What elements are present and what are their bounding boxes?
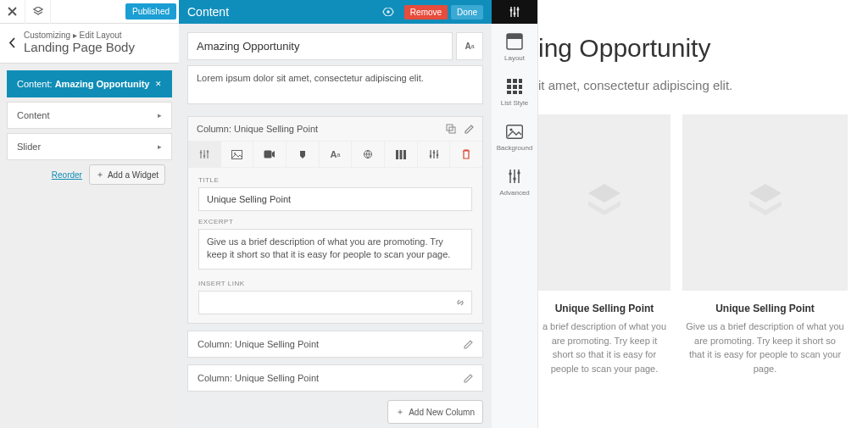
customizer-topbar: Published [0, 0, 179, 24]
preview-card: Unique Selling Point a brief description… [538, 114, 670, 375]
chevron-right-icon: ▸ [158, 111, 162, 120]
add-column-label: Add New Column [409, 408, 475, 417]
preview-card-image [538, 114, 670, 291]
edit-icon[interactable] [464, 340, 473, 349]
tool-advanced[interactable]: Advanced [492, 158, 537, 203]
column-collapsed-label: Column: Unique Selling Point [198, 339, 319, 349]
link-field-label: INSERT LINK [198, 280, 472, 287]
svg-rect-27 [507, 91, 511, 94]
svg-rect-26 [519, 85, 522, 89]
column-collapsed-label: Column: Unique Selling Point [198, 373, 319, 383]
sidebar-item-content-amazing[interactable]: Content: Amazing Opportunity ✕ [7, 70, 172, 97]
preview-card-title: Unique Selling Point [682, 303, 848, 314]
tool-label: Advanced [499, 189, 530, 197]
preview-pane: ing Opportunity it amet, consectetur adi… [538, 0, 868, 428]
svg-point-3 [200, 152, 203, 154]
plus-icon: ＋ [396, 406, 404, 418]
column-editor-open: Column: Unique Selling Point Aa [187, 116, 483, 324]
column-toolbar: Aa [188, 141, 482, 168]
columns-icon[interactable] [385, 142, 418, 167]
svg-point-15 [436, 154, 438, 157]
sliders-icon[interactable] [188, 142, 221, 167]
svg-point-4 [203, 155, 206, 158]
preview-card-image [682, 114, 848, 291]
sidebar-item-content[interactable]: Content ▸ [7, 102, 172, 129]
eye-icon[interactable] [382, 8, 394, 16]
editor-title: Content [187, 5, 382, 19]
video-icon[interactable] [253, 142, 287, 167]
breadcrumb-text: Customizing ▸ Edit Layout [24, 31, 135, 40]
tools-header-icon[interactable] [492, 0, 537, 24]
tool-layout[interactable]: Layout [492, 24, 537, 69]
edit-icon[interactable] [464, 374, 473, 383]
duplicate-icon[interactable] [446, 124, 456, 134]
back-button[interactable] [8, 37, 24, 48]
font-size-button[interactable]: Aa [456, 32, 483, 60]
tool-list-style[interactable]: List Style [492, 69, 537, 114]
done-button[interactable]: Done [451, 5, 483, 19]
body-textarea[interactable]: Lorem ipsum dolor sit amet, consectetur … [187, 65, 483, 104]
svg-point-13 [429, 155, 431, 158]
image-icon[interactable] [221, 142, 254, 167]
close-icon[interactable] [0, 0, 25, 24]
plus-icon: ＋ [96, 169, 104, 181]
close-icon[interactable]: ✕ [155, 80, 162, 88]
link-icon[interactable] [352, 142, 385, 167]
add-column-button[interactable]: ＋ Add New Column [387, 400, 483, 424]
tool-background[interactable]: Background [492, 114, 537, 158]
column-link-input[interactable] [198, 291, 472, 314]
svg-rect-28 [513, 91, 517, 94]
svg-point-14 [432, 152, 435, 154]
svg-rect-8 [264, 151, 272, 158]
svg-point-5 [207, 151, 209, 153]
list-style-icon [505, 77, 524, 96]
breadcrumb: Customizing ▸ Edit Layout Landing Page B… [0, 24, 179, 64]
tool-label: Background [497, 144, 533, 152]
published-button[interactable]: Published [125, 3, 176, 19]
add-widget-button[interactable]: ＋ Add a Widget [89, 164, 165, 185]
svg-rect-30 [507, 125, 523, 138]
svg-rect-22 [513, 79, 517, 83]
design-tools: Layout List Style Background Advanced [492, 0, 538, 428]
svg-point-33 [513, 177, 515, 180]
excerpt-field-label: EXCERPT [198, 218, 472, 225]
svg-rect-23 [519, 79, 522, 83]
sidebar-item-label: Content [17, 110, 50, 120]
tool-label: List Style [501, 99, 528, 107]
column-collapsed[interactable]: Column: Unique Selling Point [187, 364, 483, 392]
add-widget-label: Add a Widget [108, 170, 159, 180]
reorder-link[interactable]: Reorder [52, 170, 82, 180]
tool-label: Layout [504, 54, 525, 62]
font-size-icon[interactable]: Aa [320, 142, 353, 167]
heading-input[interactable] [187, 32, 453, 60]
quote-icon[interactable] [287, 142, 320, 167]
preview-card-title: Unique Selling Point [538, 303, 670, 314]
equalizer-icon[interactable] [418, 142, 451, 167]
preview-heading: ing Opportunity [538, 34, 868, 63]
svg-rect-20 [507, 34, 522, 39]
edit-icon[interactable] [465, 125, 474, 134]
svg-point-17 [514, 13, 516, 15]
column-excerpt-textarea[interactable]: Give us a brief description of what you … [198, 229, 472, 270]
remove-button[interactable]: Remove [404, 5, 448, 19]
content-editor: Content Remove Done Aa Lorem ipsum dolor… [179, 0, 492, 428]
column-collapsed[interactable]: Column: Unique Selling Point [187, 331, 483, 358]
column-title-input[interactable] [198, 187, 472, 211]
sidebar-item-slider[interactable]: Slider ▸ [7, 133, 172, 160]
layout-icon [505, 32, 524, 51]
sidebar-item-label: Content: Amazing Opportunity [17, 79, 149, 89]
background-icon [505, 122, 524, 141]
svg-rect-10 [396, 150, 398, 159]
svg-point-34 [517, 171, 520, 174]
column-title: Column: Unique Selling Point [197, 124, 437, 134]
preview-card: Unique Selling Point Give us a brief des… [682, 114, 848, 375]
page-title: Landing Page Body [24, 40, 135, 54]
link-icon[interactable] [455, 297, 465, 308]
svg-point-0 [387, 10, 389, 13]
layers-icon[interactable] [25, 0, 51, 24]
svg-rect-29 [519, 91, 522, 94]
svg-point-16 [510, 9, 513, 12]
advanced-icon [505, 167, 524, 186]
svg-rect-21 [507, 79, 511, 83]
trash-icon[interactable] [450, 142, 482, 167]
